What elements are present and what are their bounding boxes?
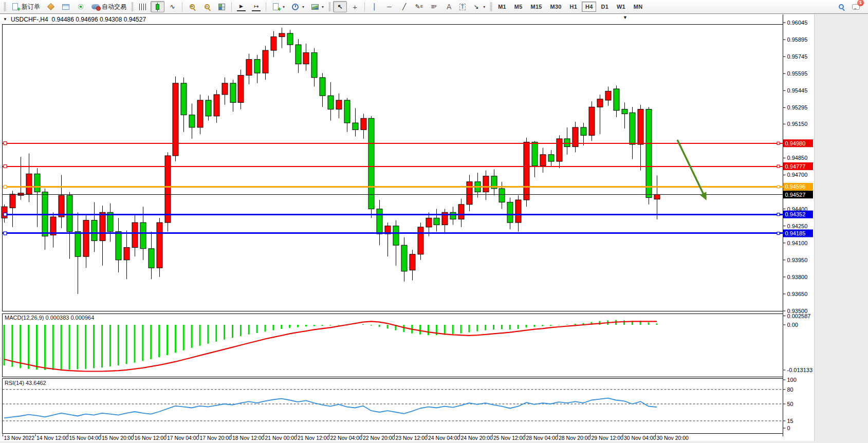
tf-button-m1[interactable]: M1 <box>494 2 510 12</box>
crosshair-tool-button[interactable]: + <box>348 1 362 12</box>
notification-badge: 1 <box>857 0 864 6</box>
svg-text:29 Nov 12:00: 29 Nov 12:00 <box>592 435 624 441</box>
zoom-in-button[interactable]: + <box>185 1 199 12</box>
tf-button-m30[interactable]: M30 <box>547 2 565 12</box>
cursor-tool-button[interactable]: ↖ <box>333 1 347 12</box>
svg-text:50: 50 <box>787 401 793 407</box>
chart-window: 0.960450.958950.957450.955950.954450.952… <box>0 14 868 443</box>
svg-text:0.95595: 0.95595 <box>787 70 808 77</box>
arrows-tool-button[interactable]: ↘ ▾ <box>469 1 488 12</box>
svg-text:0.94596: 0.94596 <box>785 183 806 190</box>
svg-text:0.94100: 0.94100 <box>787 240 808 246</box>
text-tool-button[interactable]: A <box>442 1 456 12</box>
toolbar-grip[interactable] <box>490 2 492 11</box>
tf-button-d1[interactable]: D1 <box>597 2 612 12</box>
chart-shift-button[interactable]: ↦ <box>249 1 263 12</box>
trendline-tool-button[interactable]: ╱ <box>397 1 411 12</box>
window-icon <box>62 4 69 10</box>
toolbar-grip[interactable] <box>4 2 6 11</box>
svg-text:24 Nov 04:00: 24 Nov 04:00 <box>428 435 460 441</box>
chart-canvas[interactable]: 0.960450.958950.957450.955950.954450.952… <box>0 14 868 443</box>
fibonacci-tool-button[interactable]: ≡F <box>427 1 441 12</box>
dropdown-arrow-icon: ▾ <box>302 5 304 9</box>
tf-button-h1[interactable]: H1 <box>566 2 581 12</box>
new-chart-button[interactable]: + ▾ <box>269 1 287 12</box>
new-order-button[interactable]: + 新订单 <box>8 1 43 12</box>
toolbar-grip[interactable] <box>328 2 331 11</box>
chart-title-bar[interactable]: ▼ USDCHF-,H4 0.94486 0.94696 0.94308 0.9… <box>0 14 783 24</box>
signal-icon <box>78 4 84 10</box>
vertical-line-tool-button[interactable]: │ <box>367 1 381 12</box>
svg-text:22 Nov 20:00: 22 Nov 20:00 <box>363 435 395 441</box>
horizontal-line-tool-button[interactable]: ─ <box>382 1 396 12</box>
bottom-filler <box>0 441 868 443</box>
horiz-line-icon: ─ <box>385 3 394 11</box>
svg-text:0.93800: 0.93800 <box>787 274 808 280</box>
svg-text:15 Nov 04:00: 15 Nov 04:00 <box>69 435 102 441</box>
chart-shift-marker-icon[interactable]: ▼ <box>623 15 627 20</box>
new-order-label: 新订单 <box>22 3 40 11</box>
svg-text:17 Nov 20:00: 17 Nov 20:00 <box>200 435 232 441</box>
auto-trading-button[interactable]: 自动交易 <box>88 1 129 12</box>
svg-text:15 Nov 20:00: 15 Nov 20:00 <box>102 435 134 441</box>
collapse-icon[interactable]: ▼ <box>3 17 7 22</box>
tf-button-w1[interactable]: W1 <box>613 2 629 12</box>
svg-text:28 Nov 20:00: 28 Nov 20:00 <box>559 435 591 441</box>
svg-text:22 Nov 04:00: 22 Nov 04:00 <box>330 435 363 441</box>
tf-button-m15[interactable]: M15 <box>527 2 546 12</box>
svg-text:0.95295: 0.95295 <box>787 104 808 110</box>
svg-text:30 Nov 20:00: 30 Nov 20:00 <box>657 435 689 441</box>
signal-button[interactable] <box>73 1 87 12</box>
text-label-tool-button[interactable]: T <box>457 1 468 12</box>
crosshair-icon: + <box>350 3 359 11</box>
rsi-indicator-label: RSI(14) 43.6462 <box>5 380 46 386</box>
clock-icon <box>292 4 299 10</box>
market-watch-button[interactable] <box>59 1 72 12</box>
toolbar-grip[interactable] <box>131 2 134 11</box>
tf-button-mn[interactable]: MN <box>630 2 647 12</box>
trendline-icon: ╱ <box>400 3 409 11</box>
auto-scroll-button[interactable]: ▶ <box>234 1 248 12</box>
tf-button-m5[interactable]: M5 <box>511 2 526 12</box>
svg-text:0.94352: 0.94352 <box>785 211 806 217</box>
svg-text:17 Nov 04:00: 17 Nov 04:00 <box>167 435 199 441</box>
new-order-icon: + <box>12 3 18 10</box>
channel-tool-button[interactable]: ✎E <box>412 1 426 12</box>
main-toolbar: + 新订单 自动交易 ∿ + − ▶ ↦ + ▾ ▾ ▾ ↖ + │ ─ ╱ ✎… <box>0 0 868 14</box>
tile-windows-button[interactable] <box>215 1 229 12</box>
svg-text:24 Nov 20:00: 24 Nov 20:00 <box>461 435 493 441</box>
auto-trading-label: 自动交易 <box>102 3 126 11</box>
dropdown-arrow-icon: ▾ <box>322 5 324 9</box>
new-chart-icon: + <box>273 3 279 10</box>
tf-button-h4[interactable]: H4 <box>582 2 596 12</box>
search-button[interactable] <box>837 3 845 11</box>
tile-windows-icon <box>218 4 225 10</box>
notifications-button[interactable]: 1 <box>852 3 860 11</box>
macd-indicator-label: MACD(12,26,9) 0.000383 0.000964 <box>5 315 94 321</box>
channel-icon: ✎E <box>415 3 423 11</box>
svg-text:0.94700: 0.94700 <box>787 172 808 178</box>
templates-button[interactable]: ▾ <box>308 1 326 12</box>
svg-text:0.94850: 0.94850 <box>787 155 808 161</box>
zoom-in-icon: + <box>190 4 195 9</box>
svg-text:100: 100 <box>787 377 797 383</box>
dropdown-arrow-icon: ▾ <box>483 5 485 9</box>
chart-title-symbol: USDCHF-,H4 <box>11 16 48 23</box>
bar-chart-button[interactable] <box>136 1 150 12</box>
candlestick-chart-button[interactable] <box>151 1 164 12</box>
periods-button[interactable]: ▾ <box>288 1 307 12</box>
svg-text:21 Nov 12:00: 21 Nov 12:00 <box>298 435 330 441</box>
svg-text:21 Nov 00:00: 21 Nov 00:00 <box>265 435 298 441</box>
dropdown-arrow-icon: ▾ <box>283 5 285 9</box>
text-icon: A <box>445 3 453 11</box>
svg-text:30 Nov 04:00: 30 Nov 04:00 <box>624 435 656 441</box>
svg-text:0.94185: 0.94185 <box>785 230 806 236</box>
svg-text:25 Nov 12:00: 25 Nov 12:00 <box>493 435 526 441</box>
candlestick-icon <box>156 4 159 10</box>
zoom-out-button[interactable]: − <box>200 1 214 12</box>
svg-text:0: 0 <box>787 425 790 431</box>
vert-line-icon: │ <box>370 3 379 11</box>
line-chart-button[interactable]: ∿ <box>165 1 179 12</box>
svg-text:13 Nov 2022: 13 Nov 2022 <box>4 435 35 441</box>
price-tag-button[interactable] <box>44 1 58 12</box>
